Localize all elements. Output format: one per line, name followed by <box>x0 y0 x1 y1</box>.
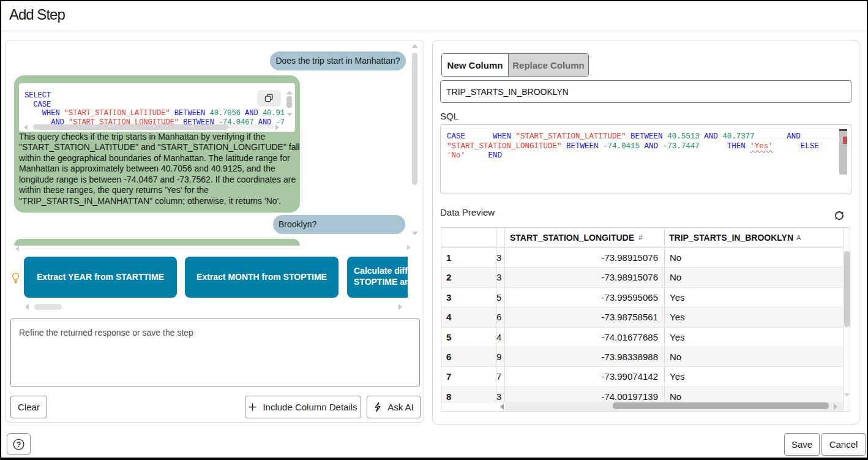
svg-text:?: ? <box>17 440 21 449</box>
